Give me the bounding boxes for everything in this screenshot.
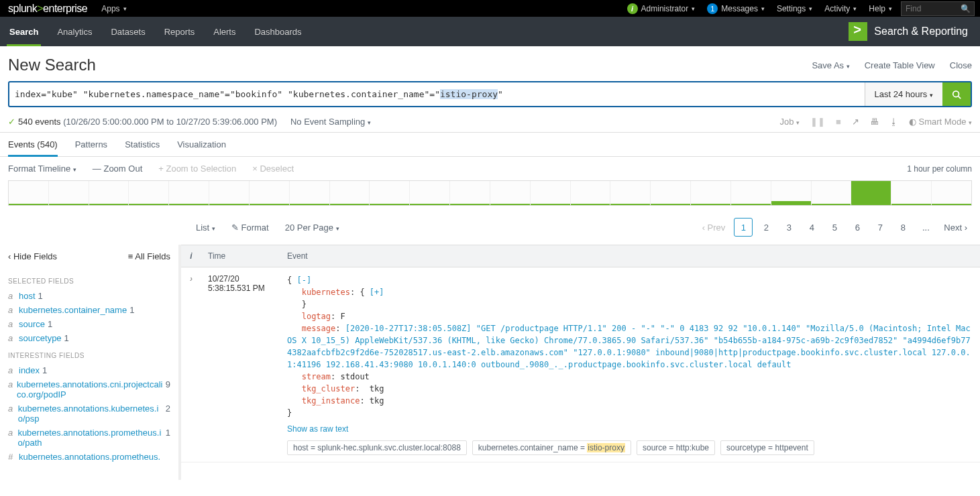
page-4[interactable]: 4 xyxy=(802,218,821,237)
per-page-menu[interactable]: 20 Per Page ▾ xyxy=(285,223,339,233)
event-tag[interactable]: source = http:kube xyxy=(637,440,715,455)
field-item[interactable]: akubernetes.annotations.kubernetes.io/ps… xyxy=(8,401,170,426)
timeline-bar[interactable] xyxy=(891,181,932,205)
search-input[interactable]: index="kube" "kubernetes.namespace_name"… xyxy=(9,82,865,106)
timeline-bar[interactable] xyxy=(651,181,691,205)
field-name[interactable]: sourcetype xyxy=(19,333,62,343)
timeline-bar[interactable] xyxy=(49,181,89,205)
page-3[interactable]: 3 xyxy=(779,218,798,237)
field-item[interactable]: #kubernetes.annotations.prometheus. xyxy=(8,450,170,464)
page-1[interactable]: 1 xyxy=(734,218,753,237)
format-timeline-menu[interactable]: Format Timeline ▾ xyxy=(8,164,76,174)
field-name[interactable]: kubernetes.container_name xyxy=(19,305,127,315)
field-name[interactable]: kubernetes.annotations.prometheus.io/pat… xyxy=(17,428,162,448)
export-icon[interactable]: ⭳ xyxy=(889,117,898,127)
share-icon[interactable]: ↗ xyxy=(852,117,859,127)
timeline-bar[interactable] xyxy=(691,181,731,205)
tab-patterns[interactable]: Patterns xyxy=(75,139,107,156)
field-name[interactable]: host xyxy=(19,291,36,301)
timeline-bar[interactable] xyxy=(531,181,571,205)
job-menu[interactable]: Job ▾ xyxy=(779,117,800,127)
pause-icon[interactable]: ❚❚ xyxy=(810,117,825,127)
timeline-bar[interactable] xyxy=(571,181,611,205)
timeline-bar[interactable] xyxy=(771,181,812,205)
hide-fields-button[interactable]: ‹ Hide Fields xyxy=(8,251,57,261)
settings-menu[interactable]: Settings▾ xyxy=(771,0,818,17)
page-ellipsis[interactable]: ... xyxy=(916,218,935,237)
event-tag[interactable]: sourcetype = httpevent xyxy=(720,440,814,455)
page-5[interactable]: 5 xyxy=(825,218,844,237)
tab-statistics[interactable]: Statistics xyxy=(125,139,160,156)
list-view-menu[interactable]: List ▾ xyxy=(196,223,215,233)
timeline-bar[interactable] xyxy=(610,181,651,205)
nav-search[interactable]: Search xyxy=(0,17,48,46)
deselect-button[interactable]: × Deselect xyxy=(252,164,294,174)
field-name[interactable]: index xyxy=(19,365,40,375)
timeline-bar[interactable] xyxy=(209,181,250,205)
timeline-bar[interactable] xyxy=(490,181,531,205)
tab-events-[interactable]: Events (540) xyxy=(8,139,58,156)
event-sampling-menu[interactable]: No Event Sampling ▾ xyxy=(290,117,371,127)
search-button[interactable] xyxy=(942,82,971,106)
close-button[interactable]: Close xyxy=(950,60,972,70)
timeline-bar[interactable] xyxy=(851,181,891,205)
tab-visualization[interactable]: Visualization xyxy=(177,139,226,156)
field-name[interactable]: kubernetes.annotations.cni.projectcalico… xyxy=(17,379,163,399)
event-json[interactable]: { [-] kubernetes: { [+] } logtag: F mess… xyxy=(287,274,973,419)
nav-alerts[interactable]: Alerts xyxy=(204,17,245,46)
time-column-header[interactable]: Time xyxy=(201,245,280,267)
timeline-bar[interactable] xyxy=(9,181,49,205)
timeline-bar[interactable] xyxy=(450,181,490,205)
timeline-bar[interactable] xyxy=(410,181,450,205)
nav-analytics[interactable]: Analytics xyxy=(48,17,101,46)
messages-menu[interactable]: 1Messages▾ xyxy=(701,0,771,17)
show-raw-button[interactable]: Show as raw text xyxy=(287,424,348,434)
nav-datasets[interactable]: Datasets xyxy=(101,17,154,46)
nav-dashboards[interactable]: Dashboards xyxy=(245,17,311,46)
page-6[interactable]: 6 xyxy=(848,218,867,237)
field-item[interactable]: ahost 1 xyxy=(8,289,170,303)
nav-reports[interactable]: Reports xyxy=(155,17,205,46)
field-item[interactable]: akubernetes.annotations.prometheus.io/pa… xyxy=(8,426,170,450)
timeline-bar[interactable] xyxy=(932,181,971,205)
zoom-out-button[interactable]: — Zoom Out xyxy=(93,164,142,174)
next-page-button[interactable]: Next › xyxy=(939,218,972,237)
stop-icon[interactable]: ■ xyxy=(836,117,841,127)
event-timeline-chart[interactable] xyxy=(8,180,972,206)
field-item[interactable]: asourcetype 1 xyxy=(8,331,170,345)
field-name[interactable]: kubernetes.annotations.prometheus. xyxy=(19,452,160,462)
page-7[interactable]: 7 xyxy=(871,218,889,237)
field-item[interactable]: akubernetes.container_name 1 xyxy=(8,303,170,317)
save-as-button[interactable]: Save As ▾ xyxy=(812,60,849,70)
activity-menu[interactable]: Activity▾ xyxy=(818,0,863,17)
admin-menu[interactable]: iAdministrator▾ xyxy=(621,0,702,17)
timeline-bar[interactable] xyxy=(250,181,290,205)
print-icon[interactable]: 🖶 xyxy=(870,117,879,127)
all-fields-button[interactable]: ≡ All Fields xyxy=(128,251,170,261)
apps-menu[interactable]: Apps▾ xyxy=(95,0,132,17)
smart-mode-menu[interactable]: ◐ Smart Mode ▾ xyxy=(909,117,972,127)
timeline-bar[interactable] xyxy=(129,181,169,205)
format-events-button[interactable]: ✎ Format xyxy=(231,223,269,233)
field-name[interactable]: source xyxy=(19,319,45,329)
timeline-bar[interactable] xyxy=(290,181,330,205)
create-table-view-button[interactable]: Create Table View xyxy=(865,60,935,70)
field-item[interactable]: aindex 1 xyxy=(8,363,170,377)
event-tag[interactable]: host = splunk-hec.splunk.svc.cluster.loc… xyxy=(287,440,467,455)
expand-event-button[interactable]: › xyxy=(190,274,193,284)
field-item[interactable]: asource 1 xyxy=(8,317,170,331)
timeline-bar[interactable] xyxy=(370,181,410,205)
timeline-bar[interactable] xyxy=(169,181,209,205)
zoom-to-selection-button[interactable]: + Zoom to Selection xyxy=(158,164,236,174)
timeline-bar[interactable] xyxy=(812,181,852,205)
page-2[interactable]: 2 xyxy=(757,218,775,237)
field-item[interactable]: akubernetes.annotations.cni.projectcalic… xyxy=(8,377,170,401)
prev-page-button[interactable]: ‹ Prev xyxy=(698,218,730,237)
event-tag[interactable]: kubernetes.container_name = istio-proxy xyxy=(472,440,631,455)
timeline-bar[interactable] xyxy=(330,181,370,205)
field-name[interactable]: kubernetes.annotations.kubernetes.io/psp xyxy=(18,404,163,424)
timeline-bar[interactable] xyxy=(89,181,129,205)
time-range-picker[interactable]: Last 24 hours ▾ xyxy=(865,82,942,106)
timeline-bar[interactable] xyxy=(731,181,771,205)
help-menu[interactable]: Help▾ xyxy=(863,0,898,17)
